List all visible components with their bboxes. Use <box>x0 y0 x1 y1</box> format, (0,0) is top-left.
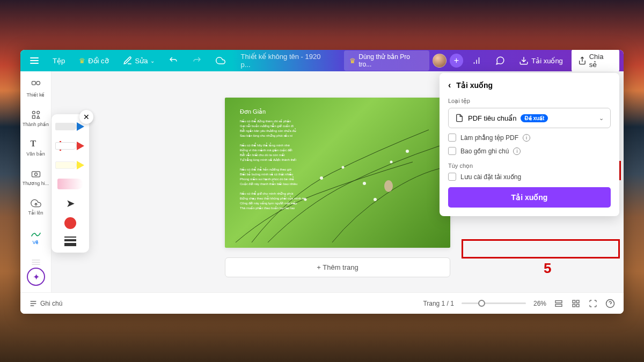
panel-title: Tải xuống <box>456 81 493 90</box>
sidebar-item-elements[interactable]: Thành phần <box>20 108 51 128</box>
svg-rect-19 <box>555 304 562 306</box>
undo-button[interactable] <box>163 53 184 69</box>
svg-marker-5 <box>36 116 39 119</box>
svg-point-14 <box>406 150 409 153</box>
notes-label: Bao gồm ghi chú <box>460 147 509 155</box>
list-icon <box>554 299 563 308</box>
notes-checkbox-row[interactable]: Bao gồm ghi chú i <box>448 147 611 155</box>
sidebar-elements-label: Thành phần <box>23 122 49 127</box>
zoom-value: 26% <box>533 300 546 307</box>
download-label: Tải xuống <box>531 57 563 65</box>
eraser-tool[interactable] <box>57 179 83 189</box>
text-icon: T <box>31 139 41 150</box>
flatten-checkbox[interactable] <box>448 134 456 142</box>
svg-rect-20 <box>573 300 575 303</box>
sidebar-item-design[interactable]: Thiết kế <box>20 79 51 99</box>
fullscreen-button[interactable] <box>588 299 598 308</box>
header-bar: Tệp ♛Đổi cỡ Sửa⌄ Thiết kế không tên - 19… <box>20 50 624 71</box>
download-button[interactable]: Tải xuống <box>514 53 568 69</box>
help-button[interactable] <box>605 299 615 308</box>
redo-icon <box>192 56 202 65</box>
svg-point-11 <box>342 166 345 168</box>
color-picker[interactable] <box>64 217 76 229</box>
menu-button[interactable] <box>25 54 44 67</box>
poem-body: Nếu có thể đừng thèm chì số phận Gọi nỗi… <box>240 119 305 211</box>
redo-button[interactable] <box>187 53 207 69</box>
download-action-button[interactable]: Tải xuống <box>448 187 611 208</box>
cloud-sync-button[interactable] <box>210 53 231 69</box>
poem-text: Đơn Giản Nếu có thể đừng thèm chì số phậ… <box>240 107 305 211</box>
sidebar-brand-label: Thương hi... <box>23 181 49 186</box>
slider-thumb[interactable] <box>478 300 485 307</box>
poem-title: Đơn Giản <box>240 107 305 116</box>
save-settings-label: Lưu cài đặt tải xuống <box>460 173 521 181</box>
svg-point-13 <box>390 160 393 163</box>
add-collaborator-button[interactable]: + <box>450 54 464 68</box>
svg-rect-18 <box>555 300 562 302</box>
comment-icon <box>495 56 505 65</box>
svg-rect-22 <box>573 304 575 307</box>
sidebar-item-uploads[interactable]: Tải lên <box>20 197 51 217</box>
avatar[interactable] <box>433 54 447 68</box>
pencil-icon <box>123 56 133 65</box>
canvas-page[interactable]: Đơn Giản Nếu có thể đừng thèm chì số phậ… <box>225 98 450 248</box>
sidebar-text-label: Văn bản <box>26 151 45 157</box>
analytics-button[interactable] <box>466 53 487 69</box>
highlighter-tool[interactable] <box>55 159 85 171</box>
sidebar-design-label: Thiết kế <box>26 92 45 98</box>
svg-rect-1 <box>36 82 40 85</box>
magic-button[interactable]: ✦ <box>27 268 45 286</box>
flatten-checkbox-row[interactable]: Làm phẳng tệp PDF i <box>448 134 611 142</box>
sidebar: Thiết kế Thành phần TVăn bản Thương hi..… <box>20 71 52 292</box>
svg-rect-21 <box>576 300 579 303</box>
add-page-button[interactable]: + Thêm trang <box>225 257 450 277</box>
bottom-bar: Ghi chú Trang 1 / 1 26% <box>20 292 624 314</box>
svg-point-12 <box>363 182 366 185</box>
sidebar-draw-label: Vẽ <box>32 240 39 245</box>
save-settings-row[interactable]: Lưu cài đặt tải xuống <box>448 173 611 181</box>
chevron-down-icon: ⌄ <box>599 115 604 122</box>
sidebar-item-text[interactable]: TVăn bản <box>20 138 51 158</box>
pen-tool-red[interactable] <box>55 140 85 152</box>
cloud-icon <box>216 56 225 65</box>
info-icon[interactable]: i <box>523 134 530 142</box>
info-icon[interactable]: i <box>513 147 521 155</box>
resize-button[interactable]: ♛Đổi cỡ <box>74 54 114 68</box>
sidebar-item-draw[interactable]: Vẽ <box>20 226 51 246</box>
sidebar-item-more[interactable] <box>20 256 51 269</box>
notes-checkbox[interactable] <box>448 147 456 155</box>
flatten-label: Làm phẳng tệp PDF <box>460 134 518 142</box>
svg-point-16 <box>374 198 377 201</box>
svg-point-7 <box>34 173 37 175</box>
edit-button[interactable]: Sửa⌄ <box>118 53 160 69</box>
svg-point-10 <box>320 176 323 180</box>
file-menu[interactable]: Tệp <box>47 54 70 68</box>
try-pro-button[interactable]: ♛Dùng thử bản Pro tro... <box>344 50 429 71</box>
svg-point-3 <box>36 111 39 114</box>
file-type-select[interactable]: PDF tiêu chuẩn Đề xuất ⌄ <box>448 108 611 128</box>
fullscreen-icon <box>589 299 597 308</box>
chart-icon <box>472 56 481 65</box>
notes-button[interactable]: Ghi chú <box>29 299 62 308</box>
thumbnail-view-button[interactable] <box>554 299 564 308</box>
file-type-value: PDF tiêu chuẩn <box>468 114 516 122</box>
document-title[interactable]: Thiết kế không tên - 1920 p... <box>234 53 338 69</box>
svg-rect-4 <box>32 116 35 119</box>
back-button[interactable]: ‹ <box>448 80 451 90</box>
save-settings-checkbox[interactable] <box>448 173 456 181</box>
pen-tool-blue[interactable] <box>55 121 85 132</box>
panel-header: ‹ Tải xuống <box>448 80 611 90</box>
share-button[interactable]: Chia sẻ <box>572 50 619 72</box>
options-label: Tùy chọn <box>448 162 611 169</box>
share-icon <box>578 56 587 65</box>
sidebar-uploads-label: Tải lên <box>28 210 43 216</box>
cursor-tool[interactable]: ➤ <box>66 197 75 210</box>
download-icon <box>519 56 529 65</box>
stroke-thickness[interactable] <box>64 237 76 246</box>
sidebar-item-brand[interactable]: Thương hi... <box>20 167 51 187</box>
help-icon <box>605 299 615 308</box>
crown-icon: ♛ <box>349 57 356 65</box>
zoom-slider[interactable] <box>462 302 526 304</box>
comment-button[interactable] <box>490 53 510 69</box>
grid-view-button[interactable] <box>571 299 581 308</box>
